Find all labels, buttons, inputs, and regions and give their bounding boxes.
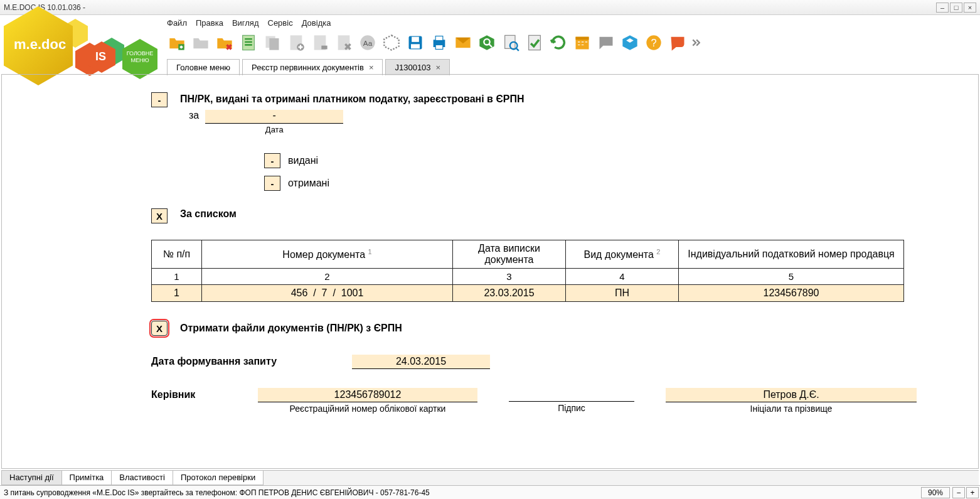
menu-view[interactable]: Вигляд	[232, 18, 259, 28]
svg-text:Aa: Aa	[363, 39, 373, 47]
menu-file[interactable]: Файл	[167, 18, 187, 28]
caption-name: Ініціали та прізвище	[750, 404, 833, 414]
table-row[interactable]: 1 456 / 7 / 1001 23.03.2015 ПН 123456789…	[152, 285, 904, 302]
document-tabs: Головне меню Реєстр первинних документів…	[167, 59, 450, 75]
colnum-4: 4	[566, 269, 679, 285]
toolbar-folder-delete-icon[interactable]	[215, 33, 235, 53]
colnum-3: 3	[453, 269, 566, 285]
manager-regnum-field[interactable]: 123456789012	[258, 388, 477, 402]
toolbar-speech-icon[interactable]	[668, 33, 688, 53]
svg-rect-25	[576, 37, 589, 40]
btab-check-protocol[interactable]: Протокол перевірки	[173, 471, 264, 485]
checkbox-pn-rk-registered[interactable]: -	[151, 92, 168, 107]
svg-rect-17	[435, 45, 443, 50]
window-maximize-button[interactable]: □	[950, 3, 962, 13]
menu-edit[interactable]: Правка	[196, 18, 223, 28]
toolbar-hex-search-icon[interactable]	[477, 33, 497, 53]
zoom-value[interactable]: 90%	[921, 487, 950, 498]
toolbar-doc-ok-icon[interactable]	[525, 33, 545, 53]
caption-regnum: Реєстраційний номер облікової картки	[290, 404, 446, 414]
logo-text: m.e.doc	[14, 36, 66, 53]
toolbar-folder-new-icon[interactable]	[167, 33, 187, 53]
svg-rect-7	[321, 46, 327, 50]
colnum-2: 2	[202, 269, 453, 285]
main-menu-button[interactable]: ГОЛОВНЕМЕНЮ	[122, 39, 157, 74]
btab-properties[interactable]: Властивості	[111, 471, 173, 485]
date-field[interactable]: -	[205, 110, 343, 124]
checkbox-received[interactable]: -	[264, 176, 280, 191]
col-header-n: № п/п	[152, 240, 202, 269]
col-header-type: Вид документа 2	[566, 240, 679, 269]
manager-name-field[interactable]: Петров Д.Є.	[666, 388, 917, 402]
content-scroll[interactable]: - ПН/РК, видані та отримані платником по…	[2, 75, 978, 468]
tab-close-icon[interactable]: ×	[369, 63, 374, 72]
toolbar-save-icon[interactable]	[405, 33, 425, 53]
request-date-field[interactable]: 24.03.2015	[352, 355, 490, 369]
colnum-1: 1	[152, 269, 202, 285]
content-area: - ПН/РК, видані та отримані платником по…	[1, 74, 979, 469]
svg-marker-11	[384, 35, 398, 50]
btab-note[interactable]: Примітка	[61, 471, 112, 485]
col-header-date: Дата виписки документа	[453, 240, 566, 269]
svg-rect-3	[269, 38, 279, 50]
label-za: за	[189, 110, 199, 121]
cell-docnum[interactable]: 456 / 7 / 1001	[202, 285, 453, 302]
tab-j1300103[interactable]: J1300103 ×	[385, 59, 450, 75]
tab-label: Головне меню	[176, 63, 230, 72]
svg-rect-16	[435, 36, 443, 41]
cell-ipn[interactable]: 1234567890	[679, 285, 904, 302]
toolbar: Aa ?	[167, 33, 700, 53]
toolbar-calendar-icon[interactable]	[572, 33, 592, 53]
tab-close-icon[interactable]: ×	[436, 63, 441, 72]
tab-primary-registry[interactable]: Реєстр первинних документів ×	[242, 59, 383, 75]
main-menu-label: ГОЛОВНЕМЕНЮ	[122, 50, 157, 64]
label-by-list: За списком	[180, 208, 237, 223]
tab-main-menu[interactable]: Головне меню	[167, 59, 240, 75]
app-header: m.e.doc IS ГОЛОВНЕМЕНЮ Файл Правка Вигля…	[0, 15, 980, 74]
bottom-tabs: Наступні дії Примітка Властивості Проток…	[1, 470, 979, 485]
label-get-files: Отримати файли документів (ПН/РК) з ЄРПН	[180, 323, 402, 334]
toolbar-refresh-icon[interactable]	[548, 33, 568, 53]
caption-signature: Підпис	[558, 403, 585, 413]
tab-label: Реєстр первинних документів	[252, 63, 364, 72]
zoom-in-button[interactable]: +	[966, 487, 979, 498]
menu-service[interactable]: Сервіс	[268, 18, 293, 28]
cell-date[interactable]: 23.03.2015	[453, 285, 566, 302]
documents-table: № п/п Номер документа 1 Дата виписки док…	[151, 240, 904, 302]
svg-marker-19	[479, 35, 494, 50]
cell-type[interactable]: ПН	[566, 285, 679, 302]
signature-field[interactable]	[509, 388, 634, 402]
colnum-5: 5	[679, 269, 904, 285]
window-minimize-button[interactable]: –	[936, 3, 949, 13]
btab-next-actions[interactable]: Наступні дії	[1, 471, 62, 485]
window-title: M.E.DOC IS 10.01.036 -	[4, 3, 936, 12]
toolbar-folder-open-icon[interactable]	[191, 33, 211, 53]
document-form: - ПН/РК, видані та отримані платником по…	[57, 92, 923, 414]
window-close-button[interactable]: ×	[964, 3, 976, 13]
toolbar-doc-add-icon[interactable]	[286, 33, 306, 53]
section1-title: ПН/РК, видані та отримані платником пода…	[180, 92, 525, 107]
toolbar-doc-check-icon[interactable]	[238, 33, 258, 53]
toolbar-cube-icon[interactable]	[620, 33, 640, 53]
toolbar-doc-search-icon[interactable]	[501, 33, 521, 53]
toolbar-print-icon[interactable]	[429, 33, 449, 53]
toolbar-help-icon[interactable]: ?	[644, 33, 664, 53]
toolbar-overflow-icon[interactable]	[691, 33, 700, 53]
toolbar-lang-icon[interactable]: Aa	[358, 33, 378, 53]
toolbar-mail-icon[interactable]	[453, 33, 473, 53]
col-header-ipn: Індивідуальний податковий номер продавця	[679, 240, 904, 269]
toolbar-chat-icon[interactable]	[596, 33, 616, 53]
toolbar-doc-del-icon[interactable]	[334, 33, 354, 53]
toolbar-hex-icon[interactable]	[381, 33, 402, 53]
tab-label: J1300103	[395, 63, 430, 72]
checkbox-get-files[interactable]: X	[151, 321, 168, 336]
label-issued: видані	[288, 155, 318, 166]
toolbar-doc-min-icon[interactable]	[310, 33, 330, 53]
cell-n[interactable]: 1	[152, 285, 202, 302]
zoom-out-button[interactable]: −	[952, 487, 965, 498]
menu-help[interactable]: Довідка	[302, 18, 331, 28]
checkbox-by-list[interactable]: X	[151, 208, 168, 223]
toolbar-doc-copy-icon[interactable]	[262, 33, 282, 53]
checkbox-issued[interactable]: -	[264, 153, 280, 168]
statusbar: З питань супроводження «M.E.Doc IS» звер…	[0, 485, 980, 499]
